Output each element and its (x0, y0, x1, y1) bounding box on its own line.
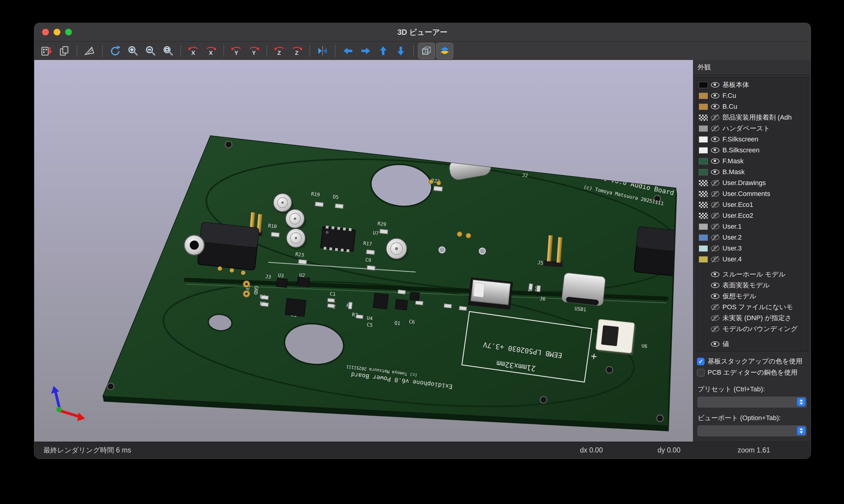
stepper-icon[interactable] (797, 398, 806, 406)
flip-board-icon[interactable] (314, 43, 331, 59)
visibility-eye-icon[interactable] (711, 158, 720, 164)
layer-row[interactable]: 値 (696, 339, 808, 349)
layer-row[interactable]: User.Eco1 (696, 199, 808, 210)
visibility-eye-off-icon[interactable] (711, 245, 720, 251)
layer-row[interactable]: User.Drawings (696, 178, 808, 188)
visibility-eye-icon[interactable] (711, 341, 720, 347)
layer-row[interactable]: User.3 (696, 243, 808, 254)
visibility-eye-icon[interactable] (711, 169, 720, 175)
visibility-eye-off-icon[interactable] (711, 213, 720, 219)
visibility-eye-icon[interactable] (711, 93, 720, 99)
3d-viewport[interactable]: EEMB LP502030 +3.7V 21mmx32mm Exidiophon… (34, 60, 693, 442)
visibility-eye-off-icon[interactable] (711, 191, 720, 197)
move-down-icon[interactable] (393, 43, 409, 59)
appearance-layers-icon[interactable] (436, 43, 453, 59)
layer-row[interactable]: 仮想モデル (696, 291, 808, 302)
move-left-icon[interactable] (340, 43, 356, 59)
layer-color-swatch[interactable] (699, 147, 708, 154)
visibility-eye-off-icon[interactable] (711, 256, 720, 262)
zoom-button[interactable] (65, 29, 72, 35)
layer-color-swatch[interactable] (699, 169, 708, 175)
rotate-z-ccw-icon[interactable]: Z (271, 43, 288, 59)
layer-color-swatch[interactable] (699, 180, 708, 186)
minimize-button[interactable] (54, 29, 60, 35)
visibility-eye-off-icon[interactable] (711, 304, 720, 310)
layer-row[interactable]: User.Eco2 (696, 210, 808, 221)
reload-board-icon[interactable] (38, 43, 55, 59)
raytracing-icon[interactable] (82, 43, 98, 59)
redraw-icon[interactable] (107, 43, 123, 59)
checkbox-icon[interactable] (697, 369, 705, 377)
layer-color-swatch[interactable] (699, 213, 708, 219)
layer-row[interactable]: User.2 (696, 232, 808, 243)
layer-row[interactable]: B.Silkscreen (696, 145, 808, 156)
layer-row[interactable]: 基板本体 (696, 79, 808, 90)
rotate-z-cw-icon[interactable]: Z (289, 43, 305, 59)
layer-color-swatch[interactable] (699, 158, 708, 164)
layer-row[interactable]: B.Mask (696, 167, 808, 178)
layer-color-swatch[interactable] (699, 191, 708, 197)
layer-color-swatch[interactable] (699, 223, 708, 230)
checkbox-icon[interactable] (697, 358, 705, 365)
layer-color-swatch[interactable] (699, 234, 708, 241)
layer-row[interactable]: 部品実装用接着剤 (Adh (696, 112, 808, 123)
stepper-icon[interactable] (797, 427, 806, 435)
visibility-eye-icon[interactable] (711, 136, 720, 142)
zoom-in-icon[interactable] (125, 43, 141, 59)
layer-row[interactable]: User.Comments (696, 188, 808, 199)
layer-row[interactable]: B.Cu (696, 101, 808, 112)
layer-color-swatch[interactable] (699, 93, 708, 99)
layer-row[interactable]: 未実装 (DNP) が指定さ (696, 312, 808, 323)
layer-row[interactable]: User.1 (696, 221, 808, 232)
layer-color-swatch[interactable] (699, 202, 708, 208)
layer-row[interactable]: F.Silkscreen (696, 134, 808, 145)
layer-color-swatch[interactable] (699, 114, 708, 121)
copy-image-icon[interactable] (56, 43, 72, 59)
rotate-x-cw-icon[interactable]: X (203, 43, 219, 59)
zoom-out-icon[interactable] (142, 43, 158, 59)
rotate-x-ccw-icon[interactable]: X (185, 43, 202, 59)
visibility-eye-off-icon[interactable] (711, 180, 720, 186)
layer-row[interactable]: 表面実装モデル (696, 280, 808, 291)
visibility-eye-icon[interactable] (711, 82, 720, 88)
layer-color-swatch[interactable] (699, 104, 708, 110)
layer-color-swatch[interactable] (699, 82, 708, 88)
viewport-select[interactable] (697, 425, 807, 437)
visibility-eye-off-icon[interactable] (711, 326, 720, 332)
visibility-eye-off-icon[interactable] (711, 223, 720, 230)
layer-color-swatch[interactable] (699, 256, 708, 263)
use-pcb-editor-copper-colors-checkbox[interactable]: PCB エディターの銅色を使用 (697, 368, 807, 377)
visibility-eye-off-icon[interactable] (711, 315, 720, 321)
rotate-y-ccw-icon[interactable]: Y (228, 43, 245, 59)
visibility-eye-off-icon[interactable] (711, 234, 720, 240)
visibility-eye-off-icon[interactable] (711, 125, 720, 131)
silk-label: U7 (373, 230, 379, 236)
title-bar[interactable]: 3D ビューアー (34, 23, 811, 41)
visibility-eye-icon[interactable] (711, 104, 720, 110)
visibility-eye-icon[interactable] (711, 293, 720, 299)
layer-row[interactable]: POS ファイルにないモ (696, 302, 808, 312)
visibility-eye-icon[interactable] (711, 282, 720, 288)
orthographic-projection-icon[interactable] (418, 43, 435, 59)
layer-color-swatch[interactable] (699, 136, 708, 143)
layer-label: 未実装 (DNP) が指定さ (722, 313, 805, 323)
layer-row[interactable]: User.4 (696, 254, 808, 265)
use-stackup-colors-checkbox[interactable]: 基板スタックアップの色を使用 (697, 357, 807, 366)
layer-color-swatch[interactable] (699, 245, 708, 252)
visibility-eye-icon[interactable] (711, 147, 720, 153)
zoom-fit-icon[interactable] (160, 43, 176, 59)
layer-row[interactable]: ハンダペースト (696, 123, 808, 134)
layer-row[interactable]: F.Cu (696, 90, 808, 101)
close-button[interactable] (42, 29, 49, 35)
layer-row[interactable]: スルーホール モデル (696, 269, 808, 280)
move-up-icon[interactable] (375, 43, 391, 59)
layer-color-swatch[interactable] (699, 125, 708, 132)
visibility-eye-icon[interactable] (711, 271, 720, 277)
preset-select[interactable] (697, 396, 807, 408)
rotate-y-cw-icon[interactable]: Y (246, 43, 262, 59)
move-right-icon[interactable] (358, 43, 374, 59)
visibility-eye-off-icon[interactable] (711, 202, 720, 208)
layer-row[interactable]: F.Mask (696, 156, 808, 167)
layer-row[interactable]: モデルのバウンディング (696, 323, 808, 335)
visibility-eye-off-icon[interactable] (711, 114, 720, 121)
